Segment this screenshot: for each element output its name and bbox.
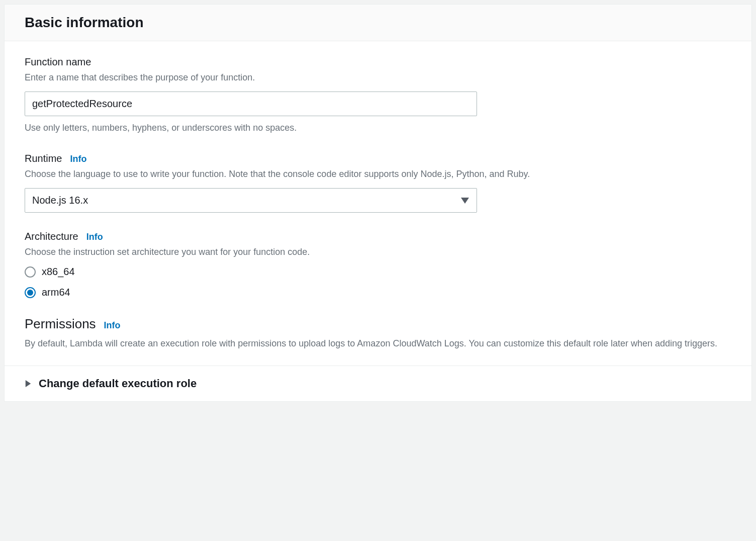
radio-icon: [25, 266, 36, 278]
architecture-option-label: x86_64: [42, 266, 75, 278]
svg-marker-1: [26, 380, 31, 387]
permissions-info-link[interactable]: Info: [104, 320, 121, 331]
runtime-description: Choose the language to use to write your…: [25, 167, 731, 181]
architecture-radio-arm64[interactable]: arm64: [25, 287, 731, 298]
function-name-input[interactable]: [25, 92, 477, 116]
function-name-group: Function name Enter a name that describe…: [25, 56, 731, 135]
architecture-description: Choose the instruction set architecture …: [25, 245, 731, 259]
basic-information-panel: Basic information Function name Enter a …: [4, 4, 752, 402]
architecture-radio-group: x86_64 arm64: [25, 266, 731, 298]
permissions-group: Permissions Info By default, Lambda will…: [25, 316, 731, 350]
function-name-description: Enter a name that describes the purpose …: [25, 71, 731, 84]
runtime-info-link[interactable]: Info: [70, 154, 86, 164]
architecture-group: Architecture Info Choose the instruction…: [25, 231, 731, 298]
panel-header: Basic information: [5, 5, 751, 41]
change-default-execution-role-toggle[interactable]: Change default execution role: [5, 366, 751, 401]
caret-right-icon: [25, 380, 32, 387]
function-name-label: Function name: [25, 56, 91, 68]
architecture-option-label: arm64: [42, 287, 70, 298]
architecture-radio-x86-64[interactable]: x86_64: [25, 266, 731, 278]
panel-title: Basic information: [25, 15, 731, 31]
function-name-hint: Use only letters, numbers, hyphens, or u…: [25, 121, 731, 135]
runtime-label: Runtime: [25, 153, 62, 164]
architecture-label: Architecture: [25, 231, 78, 242]
panel-body: Function name Enter a name that describe…: [5, 41, 751, 366]
permissions-label: Permissions: [25, 316, 96, 332]
runtime-group: Runtime Info Choose the language to use …: [25, 153, 731, 213]
architecture-info-link[interactable]: Info: [86, 232, 103, 242]
permissions-description: By default, Lambda will create an execut…: [25, 337, 731, 350]
radio-icon: [25, 287, 36, 298]
expand-label: Change default execution role: [39, 377, 197, 390]
runtime-select[interactable]: Node.js 16.x: [25, 188, 477, 213]
